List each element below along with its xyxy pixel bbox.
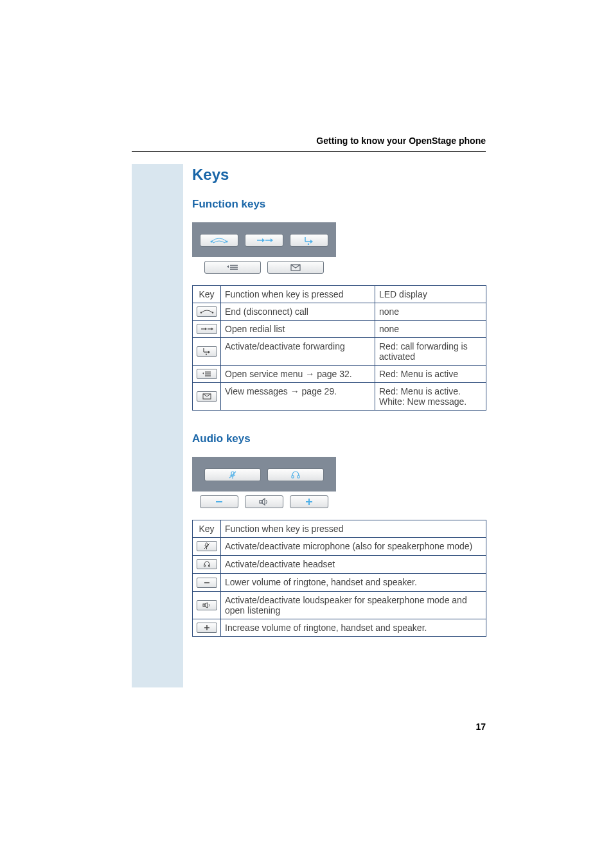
table-row: End (disconnect) call none [193,303,486,321]
svg-marker-18 [205,328,207,330]
audio-keys-table: Key Function when key is pressed Activat… [192,520,486,637]
table-header-row: Key Function when key is pressed LED dis… [193,286,486,303]
plus-icon [197,623,217,633]
cell-function: View messages → page 29. [221,383,375,411]
arrow-right-icon: → [290,386,299,396]
col-header-key: Key [193,520,221,538]
function-keys-table: Key Function when key is pressed LED dis… [192,285,486,411]
cell-led: Red: call forwarding is activated [375,338,486,366]
header-rule [132,151,486,152]
function-keys-panel [192,222,486,274]
end-call-key [200,234,238,247]
cell-function: Activate/deactivate forwarding [221,338,375,366]
svg-point-16 [211,312,213,313]
headset-key [267,468,324,481]
message-icon [197,391,217,402]
svg-rect-33 [292,475,294,478]
svg-marker-25 [202,373,204,375]
table-row: Activate/deactivate loudspeaker for spea… [193,592,486,619]
cell-function: Lower volume of ringtone, handset and sp… [221,574,486,592]
cell-function: Open redial list [221,321,375,338]
menu-icon [197,369,217,379]
col-header-key: Key [193,286,221,303]
col-header-function: Function when key is pressed [221,520,486,538]
headset-icon [197,559,217,569]
svg-point-9 [308,244,309,245]
left-sidebar [132,164,183,687]
cell-led: Red: Menu is active [375,366,486,383]
svg-marker-37 [262,499,265,505]
svg-marker-10 [227,265,229,268]
table-row: Open redial list none [193,321,486,338]
heading-function-keys: Function keys [192,198,486,211]
svg-point-24 [206,353,207,355]
page-header: Getting to know your OpenStage phone [316,136,486,146]
svg-point-1 [226,241,228,243]
cell-function: Increase volume of ringtone, handset and… [221,619,486,637]
table-row: View messages → page 29. Red: Menu is ac… [193,383,486,411]
mic-mute-key [204,468,261,481]
cell-function: Activate/deactivate headset [221,556,486,574]
table-row: Lower volume of ringtone, handset and sp… [193,574,486,592]
menu-key [204,261,261,274]
end-call-icon [197,306,217,317]
svg-marker-23 [208,351,210,353]
page-number: 17 [475,722,486,732]
svg-point-15 [200,312,201,313]
speaker-icon [197,600,217,610]
minus-icon [197,578,217,588]
svg-rect-43 [204,565,205,567]
cell-led: none [375,303,486,321]
table-row: Increase volume of ringtone, handset and… [193,619,486,637]
volume-up-key [290,495,328,508]
svg-rect-34 [298,475,299,478]
svg-marker-5 [271,238,273,242]
table-row: Activate/deactivate headset [193,556,486,574]
heading-keys: Keys [192,166,486,184]
svg-marker-3 [262,238,265,242]
arrow-right-icon: → [305,369,314,379]
cell-function: End (disconnect) call [221,303,375,321]
volume-down-key [200,495,238,508]
svg-marker-8 [310,240,313,244]
cell-function: Open service menu → page 32. [221,366,375,383]
speaker-key [245,495,283,508]
svg-marker-20 [211,328,213,330]
svg-rect-36 [260,500,262,503]
message-key [267,261,324,274]
table-header-row: Key Function when key is pressed [193,520,486,538]
col-header-led: LED display [375,286,486,303]
mic-mute-icon [197,541,217,551]
forward-key [290,234,328,247]
cell-led: Red: Menu is active. White: New message. [375,383,486,411]
table-row: Open service menu → page 32. Red: Menu i… [193,366,486,383]
redial-icon [197,324,217,334]
svg-rect-44 [208,565,209,567]
table-row: Activate/deactivate forwarding Red: call… [193,338,486,366]
col-header-function: Function when key is pressed [221,286,375,303]
cell-function: Activate/deactivate loudspeaker for spea… [221,592,486,619]
svg-point-0 [211,241,213,243]
table-row: Activate/deactivate microphone (also for… [193,538,486,556]
forward-icon [197,346,217,357]
redial-key [245,234,283,247]
cell-led: none [375,321,486,338]
svg-marker-47 [205,603,208,608]
audio-keys-panel [192,457,486,508]
cell-function: Activate/deactivate microphone (also for… [221,538,486,556]
heading-audio-keys: Audio keys [192,432,486,445]
